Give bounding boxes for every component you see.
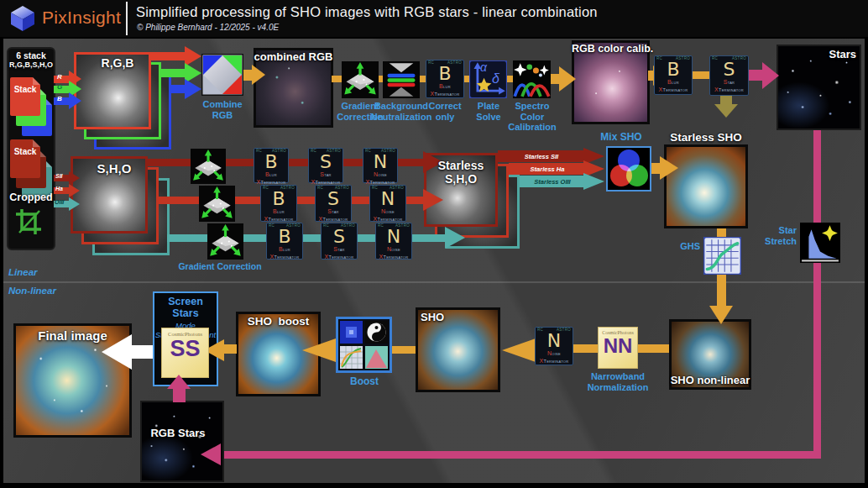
spectro-label-2: Color [500,112,564,123]
blurxterminator-icon-ha: RCASTRO B BlurXTerminator [260,185,297,222]
ghs-label: GHS [670,241,700,252]
astro-corner-label: ASTRO [272,150,286,154]
astro-corner-label: ASTRO [341,224,355,228]
starx-suffix: XTerminator [714,87,744,94]
arrow-starx-down-starless-head [714,104,738,118]
astro-corner-label: ASTRO [335,186,349,191]
sho-nonlinear-label: SHO non-linear [662,374,758,386]
starx-name: Star [327,208,339,216]
rc-corner-label: RC [256,150,262,154]
correct-only-label-1: Correct [425,101,465,112]
blurx-suffix: XTerminator [270,254,300,261]
starless-sho-stack-label: StarlessS,H,O [424,159,498,186]
channel-label-r: R [57,73,62,81]
starx-name: Star [724,79,735,87]
astro-corner-label: ASTRO [557,328,571,333]
pixinsight-logo-icon [8,4,37,33]
arrow-b-to-combine-head [185,79,201,99]
astro-corner-label: ASTRO [327,150,341,154]
stack-document-darkred: Stack [10,139,40,178]
arrow-oiii-channel-head [69,197,80,211]
starless-label-1: Starless [438,159,484,172]
rc-corner-label: RC [537,328,543,333]
section-label-linear: Linear [8,267,38,278]
sho-image-label: S,H,O [81,161,148,176]
background-neutralization-icon [383,61,420,98]
rgb-stars-label: RGB Stars [140,427,216,439]
arrow-pink-to-rgb-stars-head [201,443,221,465]
sho-boost-label: SHO boost [236,315,321,328]
noisex-letter: N [381,190,395,208]
starx-name: Star [320,171,332,179]
header-divider [126,2,128,35]
starxterminator-icon-sii: RCASTRO S StarXTerminator [308,148,343,183]
arrow-starx-to-stars-head [762,62,779,89]
narrowband-label-2: Normalization [573,382,662,393]
ss-letters: SS [170,337,200,362]
connector-nn-to-noisex [573,344,598,353]
starless-sho-label: Starless SHO [664,131,748,144]
rc-corner-label: RC [365,150,371,154]
noisexterminator-icon-sii: RCASTRO N NoiseXTerminator [363,148,398,183]
arrow-g-to-combine [159,69,186,77]
ghs-icon [703,237,741,275]
arrow-r-channel [54,76,71,83]
astro-corner-label: ASTRO [732,57,746,61]
narrowband-normalization-icon: CosmicPhotons NN [598,327,638,369]
astro-corner-label: ASTRO [280,186,295,191]
star-stretch-label: Star Stretch [760,225,797,246]
stars-label: Stars [776,48,856,60]
arrow-rgb-stars-to-screen-stars-head [167,375,191,389]
arrow-b-channel [54,97,71,105]
arrow-rgb-stars-to-screen-stars [173,388,186,402]
page-title: Simplified processing of SHO images with… [136,4,598,20]
linear-nonlinear-divider [3,281,865,283]
alpha-glyph: α [480,60,487,74]
diagram-page: PixInsight Simplified processing of SHO … [0,0,868,488]
blurx-suffix: XTerminator [659,87,688,94]
astro-corner-label: ASTRO [395,224,410,228]
nn-letters: NN [604,335,633,357]
astro-corner-label: ASTRO [381,150,395,154]
gradient-correction-row-label: Gradient Correction [174,261,266,271]
arrow-ha-channel-head [69,184,80,197]
final-image-label: Final image [13,328,132,343]
arrow-screen-stars-to-final [130,345,154,359]
blurx-letter: B [438,65,451,83]
blurxterminator-icon-oiii: RCASTRO B BlurXTerminator [266,223,303,260]
starxterminator-icon-stars: RC ASTRO S Star XTerminator [709,55,749,96]
channel-label-sii: SII [55,173,63,179]
header-bar: PixInsight Simplified processing of SHO … [0,0,868,37]
noisex-letter: N [374,153,387,171]
mix-green-circle [626,165,648,186]
rc-corner-label: RC [372,186,378,191]
spectro-label: Spectro Color Calibration [500,101,564,133]
starx-suffix: XTerminator [325,254,354,261]
blurxterminator-icon-sii: RCASTRO B BlurXTerminator [254,148,289,183]
spectro-label-1: Spectro [500,101,564,112]
stack-panel-title2: R,G,B,S,H,O [7,60,55,69]
astro-corner-label: ASTRO [286,224,301,228]
connector-sho-to-boost [392,346,416,354]
line-bottom-pink [220,451,817,459]
band-starless-oiii-label: Starless OIII [521,178,583,186]
line-stars-down [813,128,821,459]
rc-corner-label: RC [378,224,384,228]
gradient-correction-icon-ha [199,186,235,222]
rc-corner-label: RC [269,224,275,228]
blurxterminator-icon-stars: RC ASTRO B Blur XTerminator [654,55,693,95]
noisexterminator-icon-ha: RCASTRO N NoiseXTerminator [369,185,406,222]
rc-corner-label: RC [656,57,662,61]
astro-corner-label: ASTRO [676,57,690,61]
rgb-stars-image [140,401,224,482]
arrow-b-to-combine [169,85,186,93]
stack-label: Stack [14,147,37,156]
arrow-r-to-combine [149,52,186,60]
starx-letter: S [724,60,735,79]
narrowband-label-1: Narrowband [573,371,662,382]
rc-corner-label: RC [428,61,434,66]
star-stretch-label-2: Stretch [760,236,797,247]
gradient-correction-icon [342,61,379,98]
gradient-correction-icon-sii [191,149,226,184]
noisex-name: Noise [387,246,400,254]
